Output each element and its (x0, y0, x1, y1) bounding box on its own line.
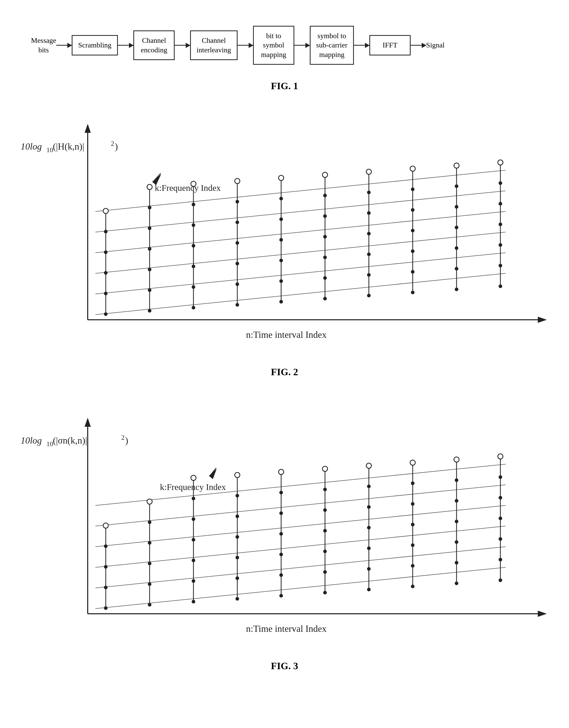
svg-point-60 (323, 235, 327, 239)
arrow-7 (411, 45, 426, 46)
svg-point-45 (235, 220, 239, 224)
svg-point-57 (323, 297, 327, 300)
svg-point-37 (192, 223, 195, 227)
svg-point-23 (103, 208, 108, 214)
svg-point-161 (367, 588, 371, 591)
svg-point-61 (323, 214, 327, 218)
svg-point-142 (235, 494, 239, 497)
svg-line-112 (95, 505, 506, 547)
svg-point-86 (455, 184, 458, 188)
svg-point-166 (367, 485, 371, 488)
svg-text:10: 10 (46, 440, 53, 448)
svg-line-110 (95, 547, 506, 588)
svg-point-133 (192, 517, 195, 521)
svg-point-116 (104, 606, 108, 610)
start-label: Message bits (31, 36, 56, 55)
svg-point-182 (455, 478, 458, 482)
svg-point-177 (455, 582, 458, 585)
svg-point-137 (235, 597, 239, 601)
svg-point-77 (411, 208, 414, 212)
svg-line-14 (95, 211, 506, 253)
svg-point-35 (192, 265, 195, 268)
svg-point-55 (279, 175, 284, 181)
arrow-6 (354, 45, 369, 46)
svg-point-153 (323, 591, 327, 594)
svg-text:(|H(k,n)|: (|H(k,n)| (53, 141, 84, 152)
svg-point-91 (499, 243, 502, 247)
svg-point-22 (104, 230, 108, 233)
svg-line-11 (95, 273, 506, 315)
svg-point-50 (279, 279, 283, 283)
svg-point-89 (499, 284, 502, 288)
svg-text:k:Frequency Index: k:Frequency Index (155, 183, 221, 193)
svg-point-174 (411, 481, 414, 485)
svg-text:10log: 10log (21, 435, 42, 446)
svg-point-83 (455, 246, 458, 250)
fig2-chart: 10log 10 (|H(k,n)| 2 ) n:Time interval I… (15, 108, 554, 361)
svg-text:10: 10 (46, 146, 53, 154)
svg-point-47 (235, 178, 240, 184)
fig2-caption: FIG. 2 (15, 366, 554, 378)
fig1-section: Message bits Scrambling Channelencoding … (15, 15, 554, 92)
svg-point-69 (367, 211, 371, 215)
svg-point-93 (499, 202, 502, 206)
svg-point-59 (323, 256, 327, 259)
svg-point-190 (499, 475, 502, 479)
svg-point-74 (411, 270, 414, 274)
svg-point-154 (323, 570, 327, 574)
svg-point-18 (104, 312, 108, 316)
svg-point-155 (323, 550, 327, 553)
svg-point-129 (192, 600, 195, 603)
svg-point-30 (148, 206, 151, 209)
svg-line-13 (95, 232, 506, 273)
svg-point-187 (499, 537, 502, 541)
svg-text:2: 2 (111, 140, 114, 147)
svg-point-141 (235, 514, 239, 518)
svg-point-76 (411, 229, 414, 232)
svg-point-165 (367, 505, 371, 509)
fig3-section: 10log 10 (|σn(k,n)| 2 ) n:Time interval … (15, 402, 554, 672)
block-channel-encoding: Channelencoding (133, 30, 175, 60)
svg-point-28 (148, 247, 151, 251)
svg-point-191 (498, 454, 503, 459)
arrow-5 (294, 45, 310, 46)
svg-text:k:Frequency Index: k:Frequency Index (160, 482, 226, 492)
svg-point-52 (279, 238, 283, 242)
arrow-2 (118, 45, 133, 46)
svg-point-119 (104, 544, 108, 548)
svg-point-75 (411, 249, 414, 253)
svg-line-15 (95, 191, 506, 232)
svg-point-65 (367, 294, 371, 297)
svg-point-90 (499, 264, 502, 267)
svg-point-157 (323, 508, 327, 512)
svg-point-150 (279, 491, 283, 494)
block-channel-interleaving: Channelinterleaving (190, 30, 238, 60)
svg-point-186 (499, 558, 502, 561)
svg-point-156 (323, 529, 327, 533)
svg-point-63 (322, 172, 328, 177)
svg-point-149 (279, 511, 283, 515)
svg-point-38 (192, 203, 195, 206)
svg-text:n:Time interval Index: n:Time interval Index (246, 624, 327, 634)
svg-point-118 (104, 565, 108, 569)
block-diagram: Message bits Scrambling Channelencoding … (15, 15, 554, 75)
svg-point-19 (104, 292, 108, 295)
svg-point-189 (499, 496, 502, 500)
svg-point-159 (322, 466, 328, 471)
svg-point-25 (148, 309, 151, 313)
svg-marker-106 (538, 611, 547, 617)
svg-text:(|σn(k,n)|: (|σn(k,n)| (53, 435, 87, 446)
end-label: Signal (426, 40, 445, 50)
svg-point-92 (499, 223, 502, 226)
svg-point-46 (235, 200, 239, 203)
svg-point-132 (192, 538, 195, 542)
svg-point-131 (192, 559, 195, 562)
svg-point-51 (279, 259, 283, 262)
svg-point-84 (455, 226, 458, 229)
svg-point-82 (455, 267, 458, 271)
block-symbol-subcarrier: symbol tosub-carriermapping (310, 26, 354, 65)
svg-point-180 (455, 520, 458, 523)
svg-line-12 (95, 253, 506, 294)
svg-point-94 (499, 181, 502, 185)
svg-line-109 (95, 567, 506, 609)
